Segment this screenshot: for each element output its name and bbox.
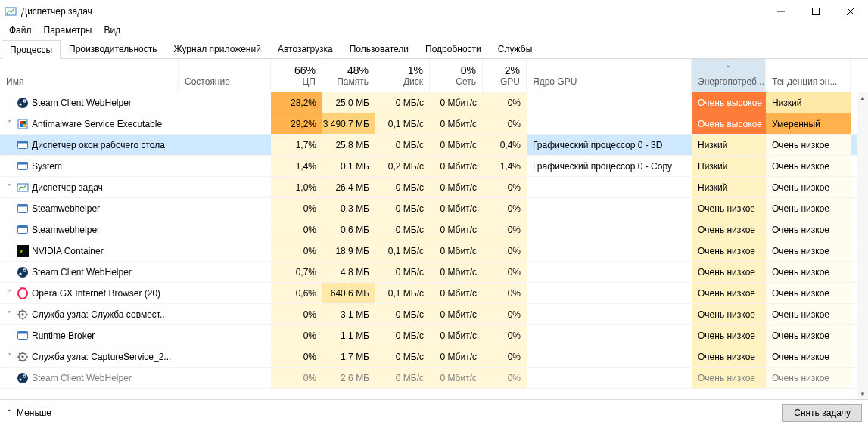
tab-users[interactable]: Пользователи — [341, 39, 417, 58]
col-cpu[interactable]: 66%ЦП — [271, 59, 322, 92]
process-name: Steamwebhelper — [32, 203, 100, 214]
menu-view[interactable]: Вид — [98, 23, 126, 37]
process-name-cell[interactable]: Runtime Broker — [0, 325, 179, 346]
table-row[interactable]: Steamwebhelper0%0,6 МБ0 МБ/с0 Мбит/с0%Оч… — [0, 219, 868, 240]
process-name-cell[interactable]: ˃Служба узла: Служба совмест... — [0, 304, 179, 324]
svg-line-50 — [26, 353, 27, 355]
table-row[interactable]: ˃Диспетчер задач1,0%26,4 МБ0 МБ/с0 Мбит/… — [0, 177, 868, 198]
col-disk[interactable]: 1%Диск — [375, 59, 430, 92]
svg-point-53 — [23, 375, 25, 377]
table-row[interactable]: Steam Client WebHelper0%2,6 МБ0 МБ/с0 Мб… — [0, 368, 868, 389]
energy-cell: Очень низкое — [692, 304, 766, 324]
process-name-cell[interactable]: ˃Служба узла: CaptureService_2... — [0, 346, 179, 367]
minimize-button[interactable] — [764, 0, 798, 23]
process-name-cell[interactable]: Диспетчер окон рабочего стола — [0, 135, 179, 155]
network-cell: 0 Мбит/с — [430, 240, 483, 261]
memory-cell: 640,6 МБ — [322, 283, 375, 303]
process-name-cell[interactable]: Steam Client WebHelper — [0, 368, 179, 388]
process-name-cell[interactable]: Steam Client WebHelper — [0, 262, 179, 282]
col-memory[interactable]: 48%Память — [322, 59, 375, 92]
energy-cell: Очень высокое — [692, 92, 766, 113]
tab-performance[interactable]: Производительность — [61, 39, 165, 58]
status-cell — [179, 346, 271, 367]
energy-trend-cell: Очень низкое — [766, 346, 851, 367]
status-cell — [179, 240, 271, 261]
svg-line-35 — [19, 311, 20, 312]
col-network[interactable]: 0%Сеть — [430, 59, 483, 92]
svg-point-8 — [19, 103, 21, 105]
table-row[interactable]: ˃Opera GX Internet Browser (20)0,6%640,6… — [0, 283, 868, 304]
table-row[interactable]: Runtime Broker0%1,1 МБ0 МБ/с0 Мбит/с0%Оч… — [0, 325, 868, 346]
process-name-cell[interactable]: NVIDIA Container — [0, 240, 179, 261]
close-button[interactable] — [833, 0, 868, 23]
cpu-cell: 0,6% — [271, 283, 322, 303]
expand-toggle-icon[interactable]: ˃ — [5, 352, 14, 361]
expand-toggle-icon[interactable]: ˃ — [5, 183, 14, 191]
table-row[interactable]: ˃Antimalware Service Executable29,2%3 49… — [0, 113, 868, 135]
svg-point-30 — [21, 313, 23, 315]
disk-cell: 0,1 МБ/с — [375, 113, 430, 134]
process-name-cell[interactable]: System — [0, 156, 179, 176]
network-cell: 0 Мбит/с — [430, 219, 483, 240]
svg-rect-12 — [20, 124, 23, 127]
process-name-cell[interactable]: Steamwebhelper — [0, 198, 179, 219]
scroll-up-button[interactable]: ▲ — [857, 92, 868, 103]
svg-rect-13 — [23, 124, 26, 127]
expand-toggle-icon[interactable]: ˃ — [5, 289, 14, 297]
table-row[interactable]: ˃Служба узла: Служба совмест...0%3,1 МБ0… — [0, 304, 868, 325]
network-cell: 0 Мбит/с — [430, 177, 483, 197]
exe-icon — [17, 224, 29, 236]
col-status[interactable]: Состояние — [179, 59, 271, 92]
collapse-chevron-icon[interactable]: ⌃ — [6, 408, 12, 417]
process-name-cell[interactable]: Steam Client WebHelper — [0, 92, 179, 113]
tab-startup[interactable]: Автозагрузка — [269, 39, 341, 58]
process-name: Служба узла: CaptureService_2... — [32, 352, 171, 362]
col-gpu[interactable]: 2%GPU — [483, 59, 527, 92]
network-cell: 0 Мбит/с — [430, 135, 483, 155]
tab-services[interactable]: Службы — [490, 39, 540, 58]
process-name: Steam Client WebHelper — [32, 373, 132, 383]
menu-file[interactable]: Файл — [3, 23, 38, 37]
tm-icon — [17, 181, 29, 194]
scroll-down-button[interactable]: ▼ — [857, 389, 868, 399]
menu-options[interactable]: Параметры — [38, 23, 98, 37]
tab-apphistory[interactable]: Журнал приложений — [166, 39, 269, 58]
gpu-cell: 0% — [483, 240, 527, 261]
tab-details[interactable]: Подробности — [417, 39, 490, 58]
end-task-button[interactable]: Снять задачу — [782, 404, 862, 422]
maximize-button[interactable] — [798, 0, 833, 23]
table-row[interactable]: System1,4%0,1 МБ0,2 МБ/с0 Мбит/с1,4%Граф… — [0, 156, 868, 177]
expand-toggle-icon[interactable]: ˃ — [5, 119, 14, 128]
status-cell — [179, 325, 271, 346]
expand-toggle-icon[interactable]: ˃ — [5, 310, 14, 318]
process-name-cell[interactable]: Steamwebhelper — [0, 219, 179, 240]
process-name-cell[interactable]: ˃Диспетчер задач — [0, 177, 179, 197]
svg-line-36 — [26, 317, 27, 318]
vertical-scrollbar[interactable]: ▲ ▼ — [857, 92, 868, 399]
status-cell — [179, 283, 271, 303]
gpu-cell: 1,4% — [483, 156, 527, 176]
svg-point-28 — [18, 288, 27, 299]
col-energy-trend[interactable]: Тенденция эн... — [766, 59, 851, 92]
tab-processes[interactable]: Процессы — [2, 40, 61, 59]
status-cell — [179, 198, 271, 219]
table-row[interactable]: Steam Client WebHelper0,7%4,8 МБ0 МБ/с0 … — [0, 262, 868, 283]
table-row[interactable]: Steamwebhelper0%0,3 МБ0 МБ/с0 Мбит/с0%Оч… — [0, 198, 868, 219]
energy-trend-cell: Очень низкое — [766, 368, 851, 388]
table-row[interactable]: Диспетчер окон рабочего стола1,7%25,8 МБ… — [0, 135, 868, 156]
process-name-cell[interactable]: ˃Opera GX Internet Browser (20) — [0, 283, 179, 303]
fewer-details-link[interactable]: Меньше — [17, 408, 51, 418]
table-row[interactable]: ˃Служба узла: CaptureService_2...0%1,7 М… — [0, 346, 868, 368]
cpu-cell: 0% — [271, 240, 322, 261]
disk-cell: 0,1 МБ/с — [375, 283, 430, 303]
table-row[interactable]: Steam Client WebHelper28,2%25,0 МБ0 МБ/с… — [0, 92, 868, 113]
process-name-cell[interactable]: ˃Antimalware Service Executable — [0, 113, 179, 134]
col-gpu-engine[interactable]: Ядро GPU — [527, 59, 692, 92]
gpu-cell: 0% — [483, 113, 527, 134]
energy-cell: Низкий — [692, 156, 766, 176]
svg-line-37 — [19, 317, 20, 318]
table-row[interactable]: NVIDIA Container0%18,9 МБ0,1 МБ/с0 Мбит/… — [0, 240, 868, 262]
col-energy[interactable]: ⌄Энергопотреб... — [692, 59, 766, 92]
col-name[interactable]: Имя — [0, 59, 179, 92]
energy-trend-cell: Умеренный — [766, 113, 851, 134]
